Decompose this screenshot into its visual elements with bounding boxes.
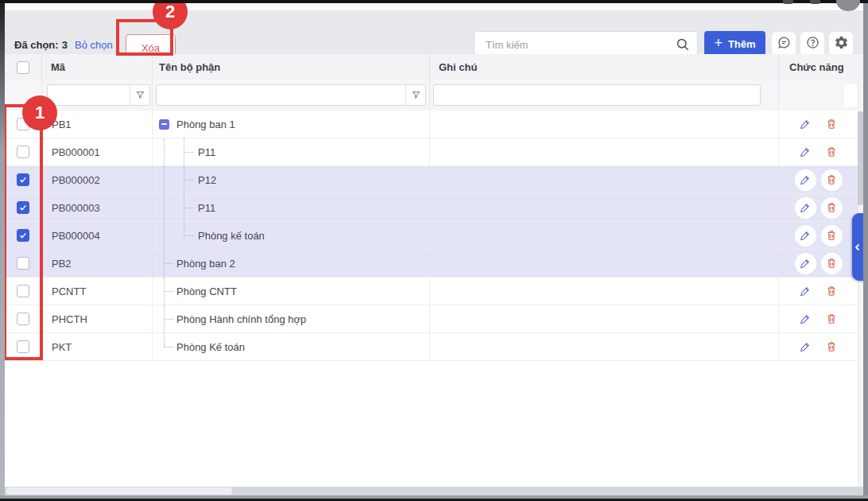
row-checkbox[interactable] <box>17 201 29 214</box>
row-checkbox[interactable] <box>17 146 29 158</box>
tree-branch-line <box>184 166 195 193</box>
row-actions-cell <box>779 166 858 193</box>
vertical-scrollbar-thumb[interactable] <box>858 111 863 205</box>
row-checkbox[interactable] <box>17 229 29 242</box>
row-code-cell: PB1 <box>42 111 153 138</box>
edit-button[interactable] <box>795 281 816 302</box>
row-checkbox[interactable] <box>17 285 29 297</box>
edit-button[interactable] <box>795 309 816 330</box>
row-name-cell: Phòng CNTT <box>153 278 430 305</box>
edit-button[interactable] <box>795 253 816 274</box>
toolbar: Đã chọn:3 Bỏ chọn Xóa + Thêm <box>5 10 863 54</box>
note-filter-input[interactable] <box>434 85 760 105</box>
chevron-left-icon <box>854 240 862 254</box>
edit-button[interactable] <box>795 114 816 135</box>
delete-button[interactable] <box>821 197 843 219</box>
row-code: PB000002 <box>42 174 100 186</box>
row-checkbox[interactable] <box>17 173 29 186</box>
row-name: P12 <box>198 174 216 186</box>
row-note-cell <box>430 194 779 221</box>
row-checkbox-cell <box>5 166 42 193</box>
horizontal-scrollbar-thumb[interactable] <box>6 487 232 495</box>
row-note-cell <box>430 138 779 165</box>
row-checkbox-cell <box>5 305 42 332</box>
row-code: PB000003 <box>42 202 100 214</box>
row-actions-cell <box>779 138 858 165</box>
table-body: PB1 Phòng ban 1 <box>5 111 858 361</box>
edit-button[interactable] <box>795 142 816 163</box>
plus-icon: + <box>714 36 723 50</box>
row-code: PKT <box>42 341 72 353</box>
row-checkbox-cell <box>5 278 42 305</box>
row-note-cell <box>430 333 779 360</box>
tree-guide-line <box>164 222 165 249</box>
delete-button[interactable] <box>821 114 843 135</box>
deselect-link[interactable]: Bỏ chọn <box>75 39 113 51</box>
delete-button[interactable] <box>821 281 843 302</box>
column-header-actions: Chức năng <box>779 54 858 80</box>
row-checkbox[interactable] <box>17 118 29 130</box>
window-top-edge <box>0 0 868 3</box>
row-name: Phòng CNTT <box>176 285 237 297</box>
row-checkbox-cell <box>5 333 42 360</box>
edit-button[interactable] <box>795 169 816 191</box>
delete-button[interactable] <box>821 142 843 163</box>
row-code-cell: PCNTT <box>42 278 153 305</box>
select-all-checkbox[interactable] <box>17 61 29 74</box>
edit-button[interactable] <box>795 336 816 358</box>
filter-code-cell <box>42 80 153 111</box>
tree-guide-line <box>164 194 165 221</box>
column-header-code[interactable]: Mã <box>42 54 153 80</box>
help-button[interactable] <box>800 32 824 56</box>
row-actions-cell <box>779 222 858 249</box>
collapse-minus-icon[interactable] <box>159 119 169 130</box>
row-actions-cell <box>779 333 858 360</box>
row-code: PB000001 <box>42 146 100 158</box>
filter-note-cell <box>430 80 779 111</box>
row-checkbox[interactable] <box>17 340 29 353</box>
edit-button[interactable] <box>795 225 816 247</box>
row-checkbox-cell <box>5 250 42 277</box>
delete-button[interactable] <box>821 336 843 358</box>
column-header-name[interactable]: Tên bộ phận <box>153 54 430 80</box>
row-code-cell: PB000003 <box>42 194 153 221</box>
table-row: PKT Phòng Kế toán <box>5 333 858 361</box>
add-button[interactable]: + Thêm <box>704 31 765 56</box>
row-code: PB1 <box>42 118 72 130</box>
name-filter-funnel-icon[interactable] <box>405 85 425 105</box>
header-checkbox-cell <box>5 54 42 80</box>
row-code: PCNTT <box>42 285 86 297</box>
table-header: Mã Tên bộ phận Ghi chú Chức năng <box>5 54 858 81</box>
table-row: PHCTH Phòng Hành chính tổng hợp <box>5 305 858 333</box>
table-row: PB000002 P12 <box>5 166 858 194</box>
row-code-cell: PB000002 <box>42 166 153 193</box>
row-checkbox[interactable] <box>17 257 29 270</box>
code-filter-input[interactable] <box>48 85 130 105</box>
row-actions-cell <box>779 305 858 332</box>
row-note-cell <box>430 305 779 332</box>
window-left-edge <box>0 0 5 501</box>
row-name-cell: Phòng kế toán <box>153 222 430 249</box>
table-row: PB000004 Phòng kế toán <box>5 222 858 250</box>
row-name: Phòng ban 1 <box>176 118 235 130</box>
chat-bubble-icon <box>777 35 792 53</box>
row-name: Phòng Hành chính tổng hợp <box>176 313 306 325</box>
code-filter-funnel-icon[interactable] <box>130 85 149 105</box>
delete-button[interactable] <box>821 225 843 247</box>
name-filter-input[interactable] <box>157 85 405 105</box>
question-mark-icon <box>805 35 820 53</box>
edit-button[interactable] <box>795 197 816 219</box>
table-row: PB2 Phòng ban 2 <box>5 250 858 278</box>
delete-button[interactable] <box>821 309 843 330</box>
search-icon[interactable] <box>675 37 691 52</box>
row-name-cell: Phòng ban 1 <box>153 111 430 138</box>
settings-button[interactable] <box>829 32 853 56</box>
table-row: PB000003 P11 <box>5 194 858 222</box>
row-code-cell: PB2 <box>42 250 153 277</box>
delete-button[interactable] <box>821 253 843 274</box>
row-checkbox[interactable] <box>17 313 29 325</box>
row-name: Phòng ban 2 <box>176 258 235 270</box>
delete-button[interactable] <box>821 169 843 191</box>
column-header-note[interactable]: Ghi chú <box>430 54 779 80</box>
feedback-button[interactable] <box>772 32 796 56</box>
